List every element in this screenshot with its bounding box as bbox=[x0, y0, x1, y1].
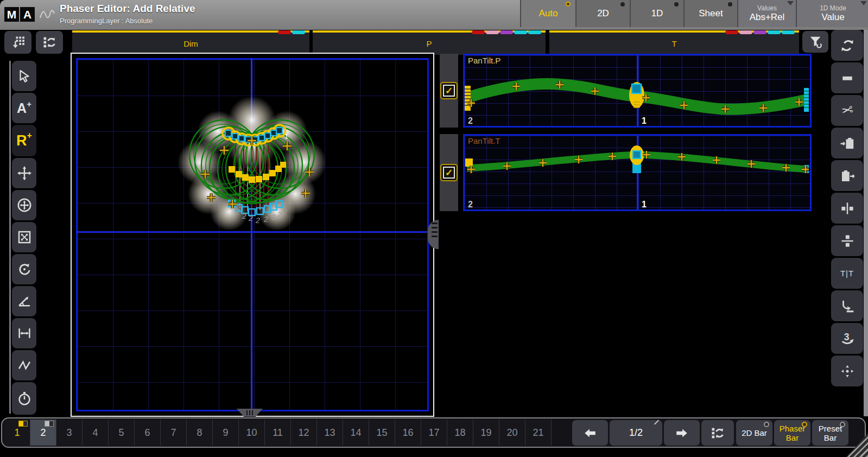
previous-page-button[interactable] bbox=[572, 420, 608, 446]
filter-button[interactable] bbox=[802, 31, 828, 53]
step-number: 9 bbox=[223, 427, 228, 439]
step-number: 16 bbox=[402, 427, 413, 439]
move-circle-tool-button[interactable] bbox=[12, 190, 36, 220]
pan-move-button[interactable] bbox=[831, 356, 863, 386]
values-dropdown[interactable]: Values Abs+Rel bbox=[737, 0, 796, 27]
step-button-19[interactable]: 19 bbox=[473, 420, 499, 446]
step-button-12[interactable]: 12 bbox=[291, 420, 317, 446]
phaser-bar-button[interactable]: Phaser Bar bbox=[774, 420, 810, 446]
pointer-tool-button[interactable] bbox=[12, 61, 36, 91]
ma-logo[interactable]: M A bbox=[4, 7, 35, 22]
pan-move-icon bbox=[839, 363, 856, 379]
step-button-15[interactable]: 15 bbox=[369, 420, 395, 446]
step-button-21[interactable]: 21 bbox=[525, 420, 552, 446]
scale-tool-button[interactable] bbox=[12, 222, 36, 252]
mirror-vertical-icon bbox=[839, 233, 856, 249]
phaser-2d-canvas[interactable]: 2 2 2 2 2 2 2 2 bbox=[71, 53, 434, 417]
attribute-pill bbox=[782, 30, 795, 34]
svg-text:3: 3 bbox=[844, 331, 849, 342]
tilt-selected-marker[interactable] bbox=[630, 145, 644, 173]
preset-bar-button[interactable]: Preset Bar bbox=[812, 420, 848, 446]
step-button-1[interactable]: 1 bbox=[4, 420, 30, 446]
tilt-edge-marker-left[interactable] bbox=[465, 158, 473, 167]
step-button-17[interactable]: 17 bbox=[421, 420, 447, 446]
speed-tool-button[interactable] bbox=[12, 382, 36, 415]
pan-selected-marker[interactable] bbox=[629, 82, 644, 108]
step-number: 6 bbox=[144, 427, 150, 439]
pan-enable-checkbox[interactable]: ✓ bbox=[440, 82, 458, 99]
pan-edge-marker-left[interactable] bbox=[465, 86, 471, 111]
tab-p[interactable]: P bbox=[313, 30, 546, 55]
step-button-3[interactable]: 3 bbox=[56, 420, 83, 446]
step-button-8[interactable]: 8 bbox=[187, 420, 213, 446]
tab-t[interactable]: T bbox=[549, 30, 799, 55]
window-title: Phaser Editor: Add Relative bbox=[60, 3, 195, 15]
move-tool-button[interactable] bbox=[12, 158, 36, 188]
width-tool-button[interactable] bbox=[12, 318, 36, 348]
view-mode-2d-button[interactable]: 2D bbox=[575, 0, 630, 27]
step-button-18[interactable]: 18 bbox=[447, 420, 473, 446]
pan-checkbox-strip: ✓ bbox=[440, 54, 458, 128]
zigzag-icon bbox=[16, 357, 33, 373]
step-button-11[interactable]: 11 bbox=[265, 420, 291, 446]
pan-edge-marker-right[interactable] bbox=[804, 88, 809, 112]
step-button-5[interactable]: 5 bbox=[109, 420, 135, 446]
paste-before-button[interactable] bbox=[831, 128, 863, 158]
remove-button[interactable] bbox=[831, 62, 863, 93]
sine-wave-icon bbox=[39, 8, 55, 21]
width-icon bbox=[16, 325, 33, 341]
svg-text:2: 2 bbox=[263, 215, 268, 224]
view-mode-1d-button[interactable]: 1D bbox=[630, 0, 683, 27]
step-button-20[interactable]: 20 bbox=[499, 420, 525, 446]
svg-text:2: 2 bbox=[277, 210, 282, 219]
zigzag-tool-button[interactable] bbox=[12, 350, 36, 380]
values-dropdown-label: Values bbox=[757, 4, 777, 12]
mirror-text-button[interactable]: T|T bbox=[831, 258, 863, 289]
pantilt-p-graph[interactable]: PanTilt.P 2 1 bbox=[463, 54, 812, 128]
pantilt-t-graph[interactable]: PanTilt.T 2 1 bbox=[463, 134, 812, 211]
1d-mode-dropdown[interactable]: 1D Mode Value bbox=[796, 0, 868, 27]
view-mode-sheet-button[interactable]: Sheet bbox=[683, 0, 737, 27]
angle-tool-button[interactable] bbox=[12, 286, 36, 316]
2d-bar-button[interactable]: 2D Bar bbox=[736, 420, 772, 446]
sync-programmer-button[interactable] bbox=[36, 31, 63, 54]
step-button-2[interactable]: 2 bbox=[30, 420, 56, 446]
step-button-10[interactable]: 10 bbox=[239, 420, 265, 446]
step-button-4[interactable]: 4 bbox=[83, 420, 109, 446]
step-button-6[interactable]: 6 bbox=[135, 420, 161, 446]
right-scroll-strip[interactable] bbox=[864, 30, 868, 416]
mirror-text-icon: T|T bbox=[840, 269, 854, 278]
mirror-vertical-button[interactable] bbox=[831, 225, 863, 256]
tab-dim[interactable]: Dim bbox=[72, 30, 309, 55]
attribute-pill bbox=[514, 30, 527, 34]
reload-button[interactable] bbox=[831, 30, 863, 61]
paste-after-button[interactable] bbox=[831, 160, 863, 191]
step-button-13[interactable]: 13 bbox=[317, 420, 343, 446]
tilt-enable-checkbox[interactable]: ✓ bbox=[440, 164, 458, 181]
rotate-90-button[interactable] bbox=[831, 290, 863, 321]
canvas-width-handle[interactable] bbox=[428, 220, 439, 249]
grid-move-button[interactable] bbox=[4, 31, 31, 54]
attribute-pill bbox=[528, 30, 541, 34]
cut-button[interactable]: ✂ bbox=[831, 95, 863, 126]
step-state-indicator bbox=[45, 421, 54, 427]
sheet-indicator bbox=[728, 2, 732, 7]
step-button-14[interactable]: 14 bbox=[343, 420, 369, 446]
sync-steps-button[interactable] bbox=[701, 420, 734, 446]
page-indicator[interactable]: 1/2 bbox=[610, 420, 662, 446]
rotate-tool-button[interactable] bbox=[12, 254, 36, 284]
rotate-3d-button[interactable]: 3 bbox=[831, 323, 863, 354]
scale-icon bbox=[16, 229, 33, 245]
mirror-horizontal-button[interactable] bbox=[831, 193, 863, 224]
add-absolute-tool-button[interactable]: A + bbox=[12, 93, 36, 123]
graph-title: PanTilt.P bbox=[468, 56, 500, 65]
step-button-7[interactable]: 7 bbox=[161, 420, 187, 446]
view-mode-auto-button[interactable]: Auto bbox=[520, 0, 575, 27]
step-button-16[interactable]: 16 bbox=[395, 420, 421, 446]
add-relative-tool-button[interactable]: R + bbox=[12, 125, 36, 156]
step-button-9[interactable]: 9 bbox=[213, 420, 239, 446]
next-page-button[interactable] bbox=[664, 420, 700, 446]
left-scroll-strip[interactable] bbox=[9, 61, 11, 414]
ma-logo-a: A bbox=[20, 7, 35, 22]
ma-logo-m: M bbox=[4, 7, 19, 22]
